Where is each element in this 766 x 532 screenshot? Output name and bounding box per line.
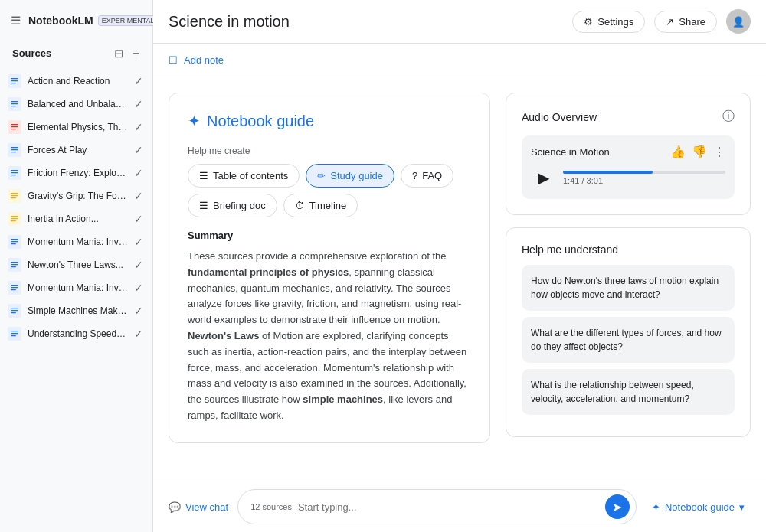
svg-rect-9 — [11, 147, 18, 148]
view-chat-label: View chat — [185, 501, 228, 513]
svg-rect-26 — [11, 266, 16, 267]
list-item[interactable]: Newton's Three Laws... ✓ — [0, 253, 152, 276]
time-label: 1:41 / 3:01 — [563, 176, 725, 185]
create-study-button[interactable]: ✏Study guide — [306, 164, 394, 188]
main-content: Science in motion ⚙ Settings ↗ Share 👤 ☐… — [153, 0, 766, 532]
faq-icon: ? — [412, 170, 417, 181]
source-check-icon: ✓ — [134, 75, 143, 87]
more-options-button[interactable]: ⋮ — [713, 145, 725, 159]
left-panel: ✦ Notebook guide Help me create ☰Table o… — [169, 93, 490, 465]
source-label: Friction Frenzy: Explorin... — [28, 168, 128, 178]
info-icon[interactable]: ⓘ — [722, 109, 735, 125]
svg-rect-10 — [11, 149, 18, 150]
list-item[interactable]: Momentum Mania: Inves... ✓ — [0, 276, 152, 299]
bottom-bar: 💬 View chat 12 sources ➤ ✦ Notebook guid… — [153, 481, 766, 532]
create-briefing-button[interactable]: ☰Briefing doc — [188, 194, 277, 217]
svg-rect-28 — [11, 287, 18, 288]
notebook-guide-footer-button[interactable]: ✦ Notebook guide ▾ — [646, 498, 751, 516]
study-icon: ✏ — [317, 170, 326, 181]
list-item[interactable]: Friction Frenzy: Explorin... ✓ — [0, 162, 152, 184]
svg-rect-16 — [11, 195, 18, 196]
understand-question[interactable]: What is the relationship between speed, … — [522, 369, 735, 415]
progress-bar-fill — [563, 171, 653, 174]
view-chat-button[interactable]: 💬 View chat — [169, 501, 228, 513]
share-icon: ↗ — [666, 16, 674, 28]
source-label: Inertia In Action... — [28, 214, 128, 224]
avatar[interactable]: 👤 — [726, 9, 751, 34]
thumbs-down-button[interactable]: 👎 — [692, 145, 707, 159]
send-button[interactable]: ➤ — [605, 494, 630, 519]
briefing-label: Briefing doc — [213, 200, 266, 211]
chat-input[interactable] — [298, 501, 599, 513]
share-label: Share — [679, 16, 705, 28]
svg-rect-6 — [11, 124, 18, 125]
add-note-button[interactable]: ☐ Add note — [169, 51, 224, 69]
svg-rect-12 — [11, 170, 18, 171]
guide-title: ✦ Notebook guide — [188, 112, 471, 130]
list-item[interactable]: Understanding Speed, Ve... ✓ — [0, 322, 152, 345]
source-type-icon — [8, 189, 21, 203]
menu-icon[interactable]: ☰ — [9, 12, 22, 29]
list-item[interactable]: Gravity's Grip: The Force... ✓ — [0, 184, 152, 207]
source-check-icon: ✓ — [134, 328, 143, 340]
star-icon-footer: ✦ — [652, 501, 660, 513]
progress-bar-container[interactable]: 1:41 / 3:01 — [563, 171, 725, 185]
star-icon: ✦ — [188, 112, 201, 130]
settings-button[interactable]: ⚙ Settings — [572, 11, 645, 33]
filter-icon[interactable]: ⊟ — [113, 45, 126, 62]
source-label: Gravity's Grip: The Force... — [28, 191, 128, 201]
create-timeline-button[interactable]: ⏱Timeline — [283, 194, 358, 217]
source-check-icon: ✓ — [134, 305, 143, 317]
sources-title: Sources — [12, 47, 51, 59]
source-label: Action and Reaction — [28, 76, 128, 86]
source-label: Forces At Play — [28, 145, 128, 155]
svg-rect-14 — [11, 175, 16, 175]
list-item[interactable]: Inertia In Action... ✓ — [0, 207, 152, 230]
share-button[interactable]: ↗ Share — [654, 11, 717, 33]
thumbs-up-button[interactable]: 👍 — [670, 145, 686, 159]
list-item[interactable]: Action and Reaction ✓ — [0, 70, 152, 93]
list-item[interactable]: Momentum Mania: Inves... ✓ — [0, 230, 152, 253]
svg-rect-33 — [11, 331, 18, 331]
create-faq-button[interactable]: ?FAQ — [401, 164, 453, 188]
chevron-down-icon: ▾ — [739, 501, 745, 513]
audio-box: Audio Overview ⓘ Science in Motion 👍 👎 ⋮… — [506, 93, 751, 215]
svg-rect-32 — [11, 312, 16, 313]
list-item[interactable]: Balanced and Unbalance... ✓ — [0, 93, 152, 116]
sidebar-header: ☰ NotebookLM EXPERIMENTAL — [0, 0, 152, 35]
content-area: ✦ Notebook guide Help me create ☰Table o… — [153, 77, 766, 481]
svg-rect-30 — [11, 308, 18, 308]
briefing-icon: ☰ — [199, 200, 208, 211]
topbar-actions: ⚙ Settings ↗ Share 👤 — [572, 9, 751, 34]
toc-label: Table of contents — [213, 170, 288, 181]
list-item[interactable]: Elemental Physics, Third... ✓ — [0, 116, 152, 139]
svg-rect-31 — [11, 310, 18, 311]
help-create-label: Help me create — [188, 145, 471, 156]
play-button[interactable]: ▶ — [531, 165, 555, 190]
svg-rect-27 — [11, 285, 18, 286]
sources-header: Sources ⊟ ＋ — [0, 35, 152, 67]
list-item[interactable]: Simple Machines Make... ✓ — [0, 299, 152, 322]
svg-rect-0 — [11, 78, 18, 79]
source-label: Momentum Mania: Inves... — [28, 282, 128, 293]
source-check-icon: ✓ — [134, 98, 143, 110]
understand-question[interactable]: What are the different types of forces, … — [522, 317, 735, 363]
source-check-icon: ✓ — [134, 144, 143, 156]
toc-icon: ☰ — [199, 170, 208, 181]
faq-label: FAQ — [422, 170, 442, 181]
svg-rect-18 — [11, 216, 18, 217]
list-item[interactable]: Forces At Play ✓ — [0, 139, 152, 162]
sources-actions: ⊟ ＋ — [113, 44, 143, 62]
progress-bar-bg — [563, 171, 725, 174]
source-type-icon — [8, 166, 21, 180]
source-type-icon — [8, 304, 21, 318]
sources-count: 12 sources — [250, 502, 292, 511]
create-toc-button[interactable]: ☰Table of contents — [188, 164, 300, 188]
summary-section: Summary These sources provide a comprehe… — [188, 230, 471, 424]
add-source-icon[interactable]: ＋ — [129, 44, 143, 62]
source-list: Action and Reaction ✓ Balanced and Unbal… — [0, 67, 152, 532]
source-label: Balanced and Unbalance... — [28, 99, 128, 109]
time-elapsed: 1:41 — [563, 176, 579, 185]
source-type-icon — [8, 327, 21, 341]
understand-question[interactable]: How do Newton's three laws of motion exp… — [522, 265, 735, 311]
